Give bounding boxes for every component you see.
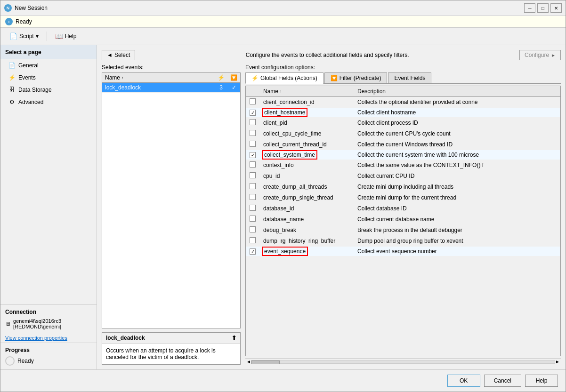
- field-checkbox[interactable]: [250, 152, 256, 158]
- field-checkbox[interactable]: [250, 248, 256, 255]
- checkbox-cell[interactable]: [246, 150, 259, 160]
- title-bar-controls: ─ □ ✕: [524, 3, 562, 13]
- checkbox-cell[interactable]: [246, 236, 259, 247]
- checkbox-cell[interactable]: [246, 192, 259, 203]
- scrollbar-track[interactable]: [251, 360, 555, 364]
- horizontal-scrollbar[interactable]: ◄ ►: [245, 358, 561, 365]
- checkbox-cell[interactable]: [246, 203, 259, 214]
- progress-section: Progress Ready: [0, 343, 97, 369]
- info-status: Ready: [16, 18, 32, 25]
- sidebar-item-data-storage[interactable]: 🗄 Data Storage: [0, 84, 97, 96]
- event-table-row[interactable]: lock_deadlock 3 ✓: [102, 83, 240, 93]
- script-icon: 📄: [9, 32, 17, 40]
- view-connection-link[interactable]: View connection properties: [0, 333, 97, 343]
- checkbox-cell[interactable]: [246, 160, 259, 171]
- field-checkbox[interactable]: [250, 216, 256, 222]
- sidebar: Select a page 📄 General ⚡ Events 🗄 Data …: [0, 45, 97, 369]
- connection-section: Connection 🖥 genemi4f\sql2016rc3 [REDMON…: [0, 304, 97, 333]
- field-name-cell: database_id: [259, 203, 354, 214]
- new-session-window: N New Session ─ □ ✕ i Ready 📄 Script ▾ 📖…: [0, 0, 566, 392]
- desc-header[interactable]: lock_deadlock ⬆: [102, 333, 240, 344]
- field-table-row[interactable]: event_sequence Collect event sequence nu…: [246, 247, 560, 256]
- sidebar-item-label: Data Storage: [18, 87, 52, 93]
- col-name-header: Name ↑: [259, 86, 354, 97]
- field-description-cell: Collect database ID: [354, 203, 560, 214]
- field-description-cell: Collect the same value as the CONTEXT_IN…: [354, 160, 560, 171]
- script-button[interactable]: 📄 Script ▾: [5, 31, 43, 42]
- field-name: collect_current_thread_id: [263, 141, 327, 148]
- field-table-row[interactable]: debug_break Break the process in the def…: [246, 225, 560, 236]
- field-table-row[interactable]: database_name Collect current database n…: [246, 214, 560, 225]
- field-table-row[interactable]: context_info Collect the same value as t…: [246, 160, 560, 171]
- field-name: database_id: [263, 205, 294, 212]
- field-checkbox[interactable]: [250, 161, 256, 168]
- sort-asc-icon: ↑: [121, 76, 123, 80]
- sidebar-item-events[interactable]: ⚡ Events: [0, 72, 97, 84]
- field-checkbox[interactable]: [250, 205, 256, 211]
- checkbox-cell[interactable]: [246, 225, 259, 236]
- checkbox-cell[interactable]: [246, 171, 259, 182]
- cancel-button[interactable]: Cancel: [484, 375, 521, 387]
- checkbox-cell[interactable]: [246, 128, 259, 139]
- maximize-button[interactable]: □: [537, 3, 549, 13]
- help-button[interactable]: 📖 Help: [51, 31, 81, 42]
- sidebar-item-advanced[interactable]: ⚙ Advanced: [0, 96, 97, 108]
- events-table: Name ↑ ⚡ 🔽 lock_deadlock 3: [102, 72, 241, 328]
- field-description-cell: Create mini dump for the current thread: [354, 192, 560, 203]
- checkbox-cell[interactable]: [246, 118, 259, 128]
- field-table-row[interactable]: collect_current_thread_id Collect the cu…: [246, 139, 560, 150]
- left-panel: Selected events: Name ↑: [102, 64, 241, 365]
- field-name-cell: event_sequence: [259, 247, 354, 256]
- field-table-row[interactable]: collect_cpu_cycle_time Collect the curre…: [246, 128, 560, 139]
- checkbox-cell[interactable]: [246, 182, 259, 192]
- footer-help-button[interactable]: Help: [525, 375, 558, 387]
- field-checkbox[interactable]: [250, 226, 256, 232]
- field-table-row[interactable]: client_pid Collect client process ID: [246, 118, 560, 128]
- field-checkbox[interactable]: [250, 194, 256, 200]
- field-table-row[interactable]: client_hostname Collect client hostname: [246, 108, 560, 118]
- tab-event-fields[interactable]: Event Fields: [388, 72, 431, 83]
- sidebar-header: Select a page: [0, 45, 97, 59]
- field-checkbox[interactable]: [250, 183, 256, 189]
- select-back-button[interactable]: ◄ Select: [102, 50, 135, 60]
- field-table-row[interactable]: create_dump_all_threads Create mini dump…: [246, 182, 560, 192]
- sidebar-item-general[interactable]: 📄 General: [0, 59, 97, 72]
- minimize-button[interactable]: ─: [524, 3, 535, 13]
- field-checkbox[interactable]: [250, 237, 256, 243]
- ok-button[interactable]: OK: [447, 375, 480, 387]
- field-checkbox[interactable]: [250, 141, 256, 147]
- field-checkbox[interactable]: [250, 98, 256, 104]
- checkbox-cell[interactable]: [246, 97, 259, 108]
- checkbox-cell[interactable]: [246, 108, 259, 118]
- progress-spinner: [5, 356, 15, 366]
- field-checkbox[interactable]: [250, 172, 256, 178]
- configure-button[interactable]: Configure ►: [519, 50, 561, 60]
- field-checkbox[interactable]: [250, 130, 256, 136]
- field-table-row[interactable]: create_dump_single_thread Create mini du…: [246, 192, 560, 203]
- field-name-cell: dump_rg_history_ring_buffer: [259, 236, 354, 247]
- field-table-row[interactable]: collect_system_time Collect the current …: [246, 150, 560, 160]
- global-fields-icon: ⚡: [251, 75, 259, 81]
- field-table-row[interactable]: database_id Collect database ID: [246, 203, 560, 214]
- fields-table-inner[interactable]: Name ↑ Description client_connect: [246, 86, 560, 356]
- connection-user: [REDMOND\genemi]: [13, 324, 61, 329]
- scroll-left-btn[interactable]: ◄: [246, 359, 251, 364]
- field-name-cell: collect_cpu_cycle_time: [259, 128, 354, 139]
- main-content: Select a page 📄 General ⚡ Events 🗄 Data …: [0, 45, 566, 369]
- scroll-right-btn[interactable]: ►: [555, 359, 560, 364]
- field-table-row[interactable]: client_connection_id Collects the option…: [246, 97, 560, 108]
- field-checkbox[interactable]: [250, 110, 256, 116]
- checkbox-cell[interactable]: [246, 139, 259, 150]
- checkbox-cell[interactable]: [246, 214, 259, 225]
- sidebar-item-label: General: [18, 62, 39, 69]
- field-table-row[interactable]: cpu_id Collect current CPU ID: [246, 171, 560, 182]
- field-description-cell: Create mini dump including all threads: [354, 182, 560, 192]
- close-button[interactable]: ✕: [550, 3, 562, 13]
- tab-filter[interactable]: 🔽 Filter (Predicate): [324, 72, 388, 83]
- field-checkbox[interactable]: [250, 119, 256, 125]
- scrollbar-thumb[interactable]: [251, 360, 280, 364]
- checkbox-cell[interactable]: [246, 247, 259, 256]
- tab-global-fields[interactable]: ⚡ Global Fields (Actions): [245, 72, 323, 84]
- field-name: cpu_id: [263, 173, 280, 179]
- field-table-row[interactable]: dump_rg_history_ring_buffer Dump pool an…: [246, 236, 560, 247]
